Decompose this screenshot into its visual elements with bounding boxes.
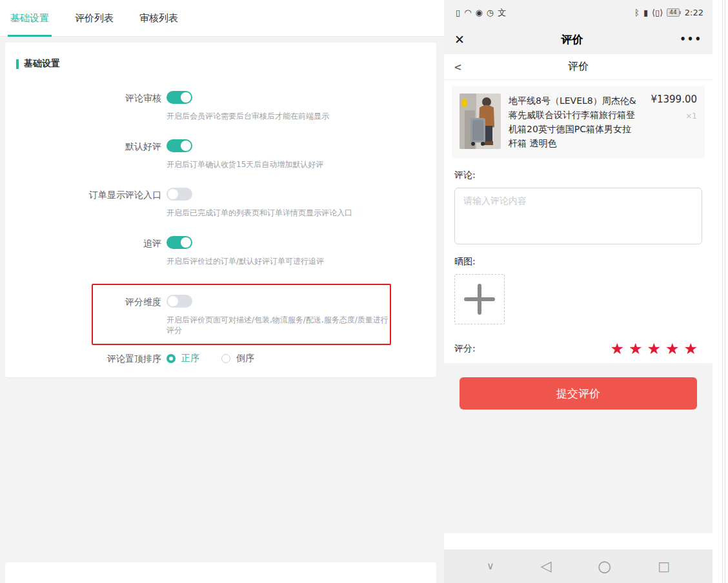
star-rating[interactable]: ★★★★★ xyxy=(610,341,702,357)
highlighted-setting-box: 评分维度开启后评价页面可对描述/包装,物流服务/配送,服务态度/质量进行评分 xyxy=(92,284,391,345)
home-circle-icon[interactable]: ○ xyxy=(598,558,611,574)
setting-row: 评分维度开启后评价页面可对描述/包装,物流服务/配送,服务态度/质量进行评分 xyxy=(93,294,390,335)
add-photo-button[interactable] xyxy=(454,274,505,324)
status-bar: ▯◠◉◷文 ᛒ ▮ ⟨▯⟩ 44 2:22 xyxy=(444,0,713,25)
status-bar-left-icons: ▯◠◉◷文 xyxy=(456,8,506,17)
setting-label: 追评 xyxy=(5,235,161,250)
submit-section: 提交评价 xyxy=(444,363,713,533)
toggle-knob xyxy=(168,189,178,199)
rating-label: 评分: xyxy=(454,343,476,355)
status-time: 2:22 xyxy=(685,8,703,17)
bottom-white-strip xyxy=(5,562,436,583)
sort-setting-label: 评论置顶排序 xyxy=(5,353,161,364)
section-title-accent-bar xyxy=(16,59,19,69)
toggle-switch[interactable] xyxy=(167,295,192,308)
vibrate-icon: ⟨▯⟩ xyxy=(652,8,663,17)
radio-option-1[interactable]: 倒序 xyxy=(221,353,254,364)
toggle-switch[interactable] xyxy=(167,139,192,152)
tab-2[interactable]: 审核列表 xyxy=(137,0,181,37)
comment-input[interactable] xyxy=(454,188,702,244)
sort-radio-group: 正序倒序 xyxy=(167,353,436,364)
admin-panel: 基础设置评价列表审核列表 基础设置 评论审核开启后会员评论需要后台审核后才能在前… xyxy=(0,0,444,583)
translate-icon: 文 xyxy=(498,8,506,17)
setting-description: 开启后已完成订单的列表页和订单详情页显示评论入口 xyxy=(167,208,436,218)
battery-percent-badge: 44 xyxy=(667,8,679,17)
setting-row: 追评开启后评价过的订单/默认好评订单可进行追评 xyxy=(5,235,436,266)
setting-label: 评分维度 xyxy=(93,294,161,309)
close-icon[interactable]: ✕ xyxy=(454,32,465,46)
toggle-switch[interactable] xyxy=(167,188,192,201)
page-subheader-title: 评价 xyxy=(444,60,713,74)
toggle-knob xyxy=(181,237,191,248)
radio-icon xyxy=(167,354,176,363)
eye-icon: ◉ xyxy=(476,8,483,17)
setting-row: 订单显示评论入口开启后已完成订单的列表页和订单详情页显示评论入口 xyxy=(5,187,436,218)
setting-label: 订单显示评论入口 xyxy=(5,187,161,202)
alarm-icon: ◷ xyxy=(487,8,494,17)
battery-icon: ▮ xyxy=(643,8,648,17)
setting-label: 默认好评 xyxy=(5,139,161,153)
setting-description: 开启后评价过的订单/默认好评订单可进行追评 xyxy=(167,256,436,266)
product-price: ¥1399.00 xyxy=(647,94,697,105)
setting-description: 开启后评价页面可对描述/包装,物流服务/配送,服务态度/质量进行评分 xyxy=(167,315,390,335)
rating-row: 评分: ★★★★★ xyxy=(454,341,702,357)
tab-0[interactable]: 基础设置 xyxy=(8,0,52,37)
product-price-block: ¥1399.00 ×1 xyxy=(647,94,697,150)
toggle-knob xyxy=(181,141,191,151)
page-subheader: < 评价 xyxy=(444,54,713,80)
setting-description: 开启后订单确认收货15天后自动增加默认好评 xyxy=(167,159,436,170)
status-bar-right: ᛒ ▮ ⟨▯⟩ 44 2:22 xyxy=(634,8,703,17)
phone-header-title: 评价 xyxy=(561,32,583,47)
submit-review-button[interactable]: 提交评价 xyxy=(460,377,697,410)
phone-header: ✕ 评价 ••• xyxy=(444,25,713,54)
back-triangle-icon[interactable]: ◁ xyxy=(541,559,552,573)
radio-label: 倒序 xyxy=(236,353,254,364)
radio-label: 正序 xyxy=(181,353,199,364)
scrollbar-track[interactable] xyxy=(722,0,725,583)
sim-card-icon: ▯ xyxy=(456,8,460,17)
settings-card: 基础设置 评论审核开启后会员评论需要后台审核后才能在前端显示默认好评开启后订单确… xyxy=(5,43,436,377)
section-title: 基础设置 xyxy=(16,58,436,70)
setting-description: 开启后会员评论需要后台审核后才能在前端显示 xyxy=(167,111,436,121)
product-image xyxy=(460,94,501,149)
photos-label: 晒图: xyxy=(454,256,702,268)
chevron-down-icon[interactable]: ∨ xyxy=(487,561,494,571)
bluetooth-icon: ᛒ xyxy=(634,8,640,17)
setting-row: 评论审核开启后会员评论需要后台审核后才能在前端显示 xyxy=(5,90,436,121)
toggle-knob xyxy=(181,92,191,103)
toggle-switch[interactable] xyxy=(167,236,192,249)
comment-label: 评论: xyxy=(454,170,702,181)
settings-form: 评论审核开启后会员评论需要后台审核后才能在前端显示默认好评开启后订单确认收货15… xyxy=(5,90,436,364)
product-quantity: ×1 xyxy=(647,112,697,121)
toggle-knob xyxy=(168,296,178,306)
more-menu-icon[interactable]: ••• xyxy=(680,34,702,45)
sort-setting-row: 评论置顶排序正序倒序 xyxy=(5,353,436,364)
phone-preview: ▯◠◉◷文 ᛒ ▮ ⟨▯⟩ 44 2:22 ✕ 评价 ••• < 评价 xyxy=(444,0,713,583)
tab-1[interactable]: 评价列表 xyxy=(72,0,116,37)
wifi-icon: ◠ xyxy=(464,8,471,17)
product-card: 地平线8号（LEVEL8）周杰伦&蒋先威联合设计行李箱旅行箱登机箱20英寸德国P… xyxy=(452,86,705,158)
recents-square-icon[interactable]: □ xyxy=(658,560,670,573)
radio-option-0[interactable]: 正序 xyxy=(167,353,199,364)
product-title: 地平线8号（LEVEL8）周杰伦&蒋先威联合设计行李箱旅行箱登机箱20英寸德国P… xyxy=(509,94,639,150)
toggle-switch[interactable] xyxy=(167,91,192,104)
section-title-text: 基础设置 xyxy=(24,58,60,70)
radio-icon xyxy=(221,354,230,363)
screenshot-root: 基础设置评价列表审核列表 基础设置 评论审核开启后会员评论需要后台审核后才能在前… xyxy=(0,0,728,583)
setting-label: 评论审核 xyxy=(5,90,161,105)
tab-bar: 基础设置评价列表审核列表 xyxy=(0,0,444,37)
setting-row: 默认好评开启后订单确认收货15天后自动增加默认好评 xyxy=(5,139,436,170)
android-nav-bar: ∨◁○□ xyxy=(444,549,713,583)
